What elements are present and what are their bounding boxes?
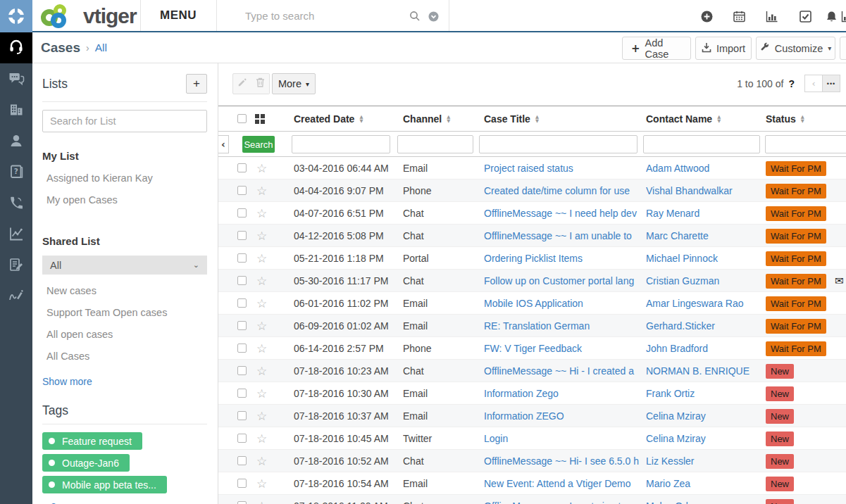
case-title-link[interactable]: Project raised status xyxy=(484,157,641,179)
contact-name-link[interactable]: Celina Mziray xyxy=(646,427,761,450)
shared-list-item-new-cases[interactable]: New cases xyxy=(42,285,207,296)
contact-name-link[interactable]: Vishal Bhandwalkar xyxy=(646,179,761,202)
menu-button[interactable]: MENU xyxy=(140,0,216,31)
case-title-link[interactable]: Information ZEGO xyxy=(484,405,641,427)
row-checkbox[interactable] xyxy=(237,163,247,172)
column-header-created-date[interactable]: Created Date▲▼ xyxy=(294,106,363,132)
case-title-link[interactable]: Mobile IOS Application xyxy=(484,292,641,315)
contact-name-link[interactable]: Liz Kessler xyxy=(646,450,761,472)
shared-list-item-all-open-cases[interactable]: All open cases xyxy=(42,329,207,340)
case-title-link[interactable]: OfflineMessage ~~ I am unable to xyxy=(484,225,641,247)
rail-item-contacts[interactable] xyxy=(0,127,32,158)
add-list-button[interactable]: + xyxy=(186,74,207,94)
envelope-icon[interactable]: ✉ xyxy=(835,270,844,292)
contact-name-link[interactable]: Cristian Guzman xyxy=(646,270,761,292)
row-checkbox[interactable] xyxy=(237,501,247,504)
contact-name-link[interactable]: Celina Mziray xyxy=(646,405,761,427)
search-scope-chevron-icon[interactable] xyxy=(427,10,440,23)
rail-item-documents[interactable] xyxy=(0,251,32,282)
star-favorite-icon[interactable]: ☆ xyxy=(256,360,267,382)
show-more-link[interactable]: Show more xyxy=(42,376,92,387)
collapse-sidebar-button[interactable]: ‹ xyxy=(218,135,229,153)
dashboard-chart-icon[interactable] xyxy=(766,10,778,23)
rail-item-esign[interactable] xyxy=(0,282,32,313)
case-title-link[interactable]: FW: V Tiger Feedback xyxy=(484,337,641,360)
contact-name-link[interactable]: Michael Pinnock xyxy=(646,247,761,270)
rail-item-faq[interactable]: ? xyxy=(0,158,32,189)
row-checkbox[interactable] xyxy=(237,344,247,353)
case-title-link[interactable]: OfflineMessage ~~ I am trying to s xyxy=(484,495,641,504)
select-all-checkbox[interactable] xyxy=(237,114,247,123)
customize-button[interactable]: Customize ▾ xyxy=(756,37,835,60)
vtiger-home-logo[interactable] xyxy=(0,0,32,32)
row-checkbox[interactable] xyxy=(237,389,247,398)
case-title-link[interactable]: Follow up on Customer portal lang xyxy=(484,270,641,292)
star-favorite-icon[interactable]: ☆ xyxy=(256,495,267,504)
breadcrumb-view-link[interactable]: All xyxy=(95,42,107,54)
quick-create-icon[interactable] xyxy=(700,10,713,23)
case-title-link[interactable]: RE: Translation German xyxy=(484,315,641,337)
case-title-link[interactable]: Ordering Picklist Items xyxy=(484,247,641,270)
shared-list-selected-all[interactable]: All ⌄ xyxy=(42,256,207,275)
filter-input-channel[interactable] xyxy=(397,135,473,153)
search-icon[interactable] xyxy=(409,10,421,23)
my-list-item-assigned-to-kieran-kay[interactable]: Assigned to Kieran Kay xyxy=(42,172,207,184)
star-favorite-icon[interactable]: ☆ xyxy=(256,382,267,405)
contact-name-link[interactable]: Adam Attwood xyxy=(646,157,761,179)
tasks-icon[interactable] xyxy=(799,10,811,23)
case-title-link[interactable]: Information Zego xyxy=(484,382,641,405)
tag-pill-feature-request[interactable]: Feature request xyxy=(42,432,142,450)
add-case-button[interactable]: + Add Case xyxy=(622,37,691,60)
filter-input-status[interactable] xyxy=(765,135,846,153)
rail-item-live-chats[interactable] xyxy=(0,65,32,96)
row-checkbox[interactable] xyxy=(237,456,247,465)
star-favorite-icon[interactable]: ☆ xyxy=(256,450,267,472)
shared-list-item-support-team-open-cases[interactable]: Support Team Open cases xyxy=(42,307,207,318)
contact-name-link[interactable]: Marc Charette xyxy=(646,225,761,247)
page-jump-button[interactable]: ••• xyxy=(822,75,840,92)
row-checkbox[interactable] xyxy=(237,434,247,443)
clipped-edge-icon[interactable] xyxy=(841,10,846,23)
column-header-status[interactable]: Status▲▼ xyxy=(766,106,804,132)
case-title-link[interactable]: Login xyxy=(484,427,641,450)
case-title-link[interactable]: OfflineMessage ~~ I need help dev xyxy=(484,202,641,225)
filter-input-contact-name[interactable] xyxy=(643,135,760,153)
column-header-channel[interactable]: Channel▲▼ xyxy=(403,106,450,132)
notifications-bell-icon[interactable] xyxy=(825,10,838,23)
star-favorite-icon[interactable]: ☆ xyxy=(256,179,267,202)
clipped-edge-button[interactable] xyxy=(840,37,846,60)
rail-item-support-active[interactable] xyxy=(0,32,32,63)
row-checkbox[interactable] xyxy=(237,321,247,330)
filter-input-case-title[interactable] xyxy=(479,135,637,153)
row-checkbox[interactable] xyxy=(237,479,247,488)
star-favorite-icon[interactable]: ☆ xyxy=(256,292,267,315)
row-checkbox[interactable] xyxy=(237,231,247,240)
list-search-input[interactable] xyxy=(42,110,207,132)
my-list-item-my-open-cases[interactable]: My open Cases xyxy=(42,194,207,206)
case-title-link[interactable]: New Event: Attend a Vtiger Demo xyxy=(484,472,641,495)
row-checkbox[interactable] xyxy=(237,298,247,308)
tags-more-link[interactable]: 3 more xyxy=(51,501,82,504)
filter-search-button[interactable]: Search xyxy=(242,136,275,153)
case-title-link[interactable]: OfflineMessage ~~ Hi- I see 6.5.0 h xyxy=(484,450,641,472)
contact-name-link[interactable]: Frank Ortiz xyxy=(646,382,761,405)
row-checkbox[interactable] xyxy=(237,411,247,420)
contact-name-link[interactable]: Gerhard.Sticker xyxy=(646,315,761,337)
star-favorite-icon[interactable]: ☆ xyxy=(256,337,267,360)
edit-selected-button[interactable] xyxy=(232,73,251,94)
contact-name-link[interactable]: Amar Lingeswara Rao xyxy=(646,292,761,315)
row-checkbox[interactable] xyxy=(237,276,247,285)
pager-total-count[interactable]: ? xyxy=(788,78,795,89)
calendar-icon[interactable] xyxy=(733,10,745,23)
contact-name-link[interactable]: Mario Zea xyxy=(646,472,761,495)
tag-pill-mobile-app-beta-tes[interactable]: Mobile app beta tes... xyxy=(42,476,167,493)
star-favorite-icon[interactable]: ☆ xyxy=(256,225,267,247)
case-title-link[interactable]: Created date/time column for use xyxy=(484,179,641,202)
star-favorite-icon[interactable]: ☆ xyxy=(256,427,267,450)
rail-item-organizations[interactable] xyxy=(0,96,32,127)
grid-view-icon[interactable] xyxy=(255,114,265,124)
star-favorite-icon[interactable]: ☆ xyxy=(256,405,267,427)
rail-item-reports[interactable] xyxy=(0,220,32,251)
row-checkbox[interactable] xyxy=(237,186,247,195)
star-favorite-icon[interactable]: ☆ xyxy=(256,157,267,179)
